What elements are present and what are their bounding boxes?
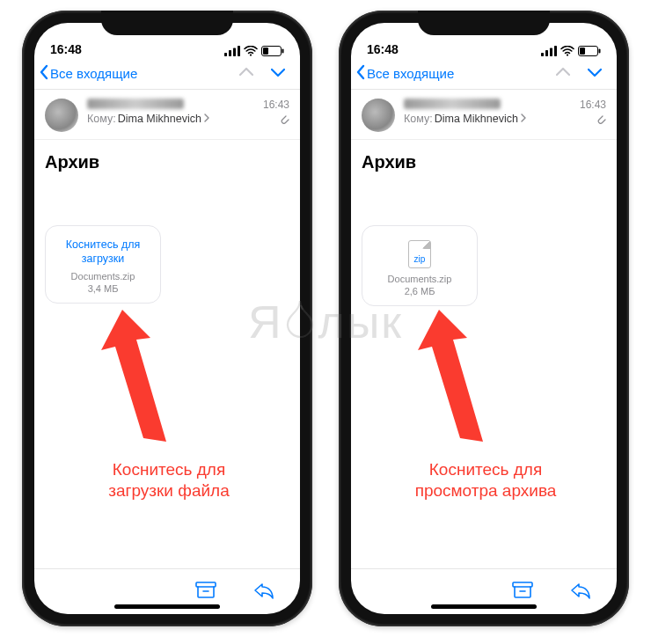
svg-rect-9: [196, 582, 216, 587]
svg-rect-13: [554, 46, 557, 56]
annotation-arrow: [96, 310, 184, 454]
file-icon: zip: [408, 240, 431, 268]
message-header: Кому: Dima Mikhnevich 16:43: [351, 90, 617, 140]
attachment-filename: Documents.zip: [53, 271, 153, 282]
attachment-filename: Documents.zip: [369, 274, 470, 284]
svg-point-14: [567, 55, 568, 56]
sender-name-redacted: [87, 99, 184, 109]
svg-marker-8: [101, 310, 166, 442]
screen: 16:48 Все входящие: [34, 23, 300, 614]
message-body: Коснитесь для загрузки Documents.zip 3,4…: [34, 178, 300, 568]
svg-rect-2: [233, 48, 236, 57]
back-label: Все входящие: [367, 66, 454, 81]
chevron-right-icon: [520, 113, 527, 125]
svg-rect-16: [599, 49, 601, 54]
status-time: 16:48: [50, 42, 82, 56]
status-time: 16:48: [367, 42, 399, 56]
nav-bar: Все входящие: [351, 58, 617, 90]
recipient-line[interactable]: Кому: Dima Mikhnevich: [87, 113, 263, 125]
attachment-size: 2,6 МБ: [369, 286, 470, 296]
home-indicator[interactable]: [431, 604, 537, 609]
tap-to-download-text: Коснитесь для загрузки: [53, 238, 153, 266]
reply-button[interactable]: [252, 581, 275, 604]
svg-rect-0: [224, 53, 227, 56]
reply-button[interactable]: [569, 581, 592, 604]
battery-icon: [261, 46, 284, 56]
message-time: 16:43: [263, 99, 289, 111]
attachment-size: 3,4 МБ: [53, 283, 153, 294]
svg-rect-6: [282, 49, 284, 54]
back-button[interactable]: Все входящие: [38, 63, 137, 84]
back-button[interactable]: Все входящие: [355, 63, 454, 84]
chevron-right-icon: [203, 113, 210, 125]
svg-rect-19: [513, 582, 532, 587]
chevron-left-icon: [38, 63, 50, 84]
next-message-button[interactable]: [585, 63, 604, 84]
prev-message-button[interactable]: [553, 63, 573, 84]
svg-marker-18: [418, 310, 483, 442]
wifi-icon: [244, 46, 258, 56]
back-label: Все входящие: [50, 66, 137, 81]
message-body: zip Documents.zip 2,6 МБ Коснитесь для п…: [351, 178, 617, 568]
battery-icon: [578, 46, 601, 56]
svg-rect-12: [550, 48, 552, 57]
prev-message-button[interactable]: [237, 63, 256, 84]
svg-rect-7: [263, 48, 268, 55]
status-indicators: [224, 46, 284, 56]
svg-rect-1: [229, 50, 231, 56]
svg-rect-11: [545, 50, 548, 56]
phone-frame: 16:48 Все входящие: [22, 11, 312, 626]
attachment-icon: [580, 113, 606, 127]
svg-rect-17: [580, 48, 585, 55]
status-indicators: [541, 46, 601, 56]
annotation-caption: Коснитесь для просмотра архива: [402, 459, 569, 501]
archive-button[interactable]: [511, 580, 534, 604]
svg-rect-3: [238, 46, 240, 56]
subject: Архив: [34, 140, 300, 178]
signal-icon: [224, 46, 240, 56]
archive-button[interactable]: [194, 580, 217, 604]
notch: [101, 11, 233, 35]
signal-icon: [541, 46, 557, 56]
message-time: 16:43: [580, 99, 606, 111]
avatar[interactable]: [362, 99, 395, 132]
nav-bar: Все входящие: [34, 58, 300, 90]
subject: Архив: [351, 140, 617, 178]
notch: [418, 11, 550, 35]
recipient-line[interactable]: Кому: Dima Mikhnevich: [404, 113, 580, 125]
next-message-button[interactable]: [268, 63, 288, 84]
annotation-caption: Коснитесь для загрузки файла: [85, 459, 252, 501]
message-header: Кому: Dima Mikhnevich 16:43: [34, 90, 300, 140]
attachment-icon: [263, 113, 289, 127]
avatar[interactable]: [45, 99, 78, 132]
screen: 16:48 Все входящие: [351, 23, 617, 614]
attachment-tile[interactable]: zip Documents.zip 2,6 МБ: [362, 225, 478, 306]
wifi-icon: [560, 46, 574, 56]
annotation-arrow: [413, 310, 501, 454]
sender-name-redacted: [404, 99, 501, 109]
svg-rect-10: [541, 53, 544, 56]
svg-point-4: [250, 55, 252, 56]
chevron-left-icon: [355, 63, 367, 84]
attachment-tile[interactable]: Коснитесь для загрузки Documents.zip 3,4…: [45, 225, 161, 304]
home-indicator[interactable]: [114, 604, 220, 609]
file-ext: zip: [409, 254, 430, 264]
phone-frame: 16:48 Все входящие: [339, 11, 629, 626]
